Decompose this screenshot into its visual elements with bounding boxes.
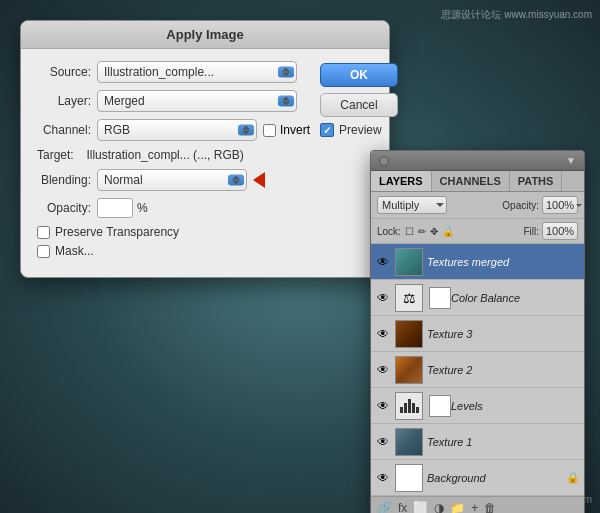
watermark-top: 思源设计论坛 www.missyuan.com: [441, 8, 592, 22]
fill-val[interactable]: 100%: [542, 222, 578, 240]
layer-select[interactable]: Merged: [97, 90, 297, 112]
invert-label: Invert: [280, 123, 310, 137]
lock-all-icon[interactable]: 🔒: [442, 226, 454, 237]
preview-check-icon: ✓: [323, 125, 331, 136]
layer-name: Texture 2: [427, 364, 580, 376]
source-label: Source:: [37, 65, 97, 79]
apply-image-dialog: Apply Image Source: Illustration_comple.…: [20, 20, 390, 278]
eye-icon[interactable]: 👁: [375, 434, 391, 450]
lock-paint-icon[interactable]: ✏: [418, 226, 426, 237]
opacity-label-sm: Opacity:: [502, 200, 539, 211]
blend-mode-value: Multiply: [382, 199, 419, 211]
cancel-button[interactable]: Cancel: [320, 93, 398, 117]
adjustment-icon[interactable]: ◑: [434, 501, 444, 513]
layer-item[interactable]: 👁 Texture 3: [371, 316, 584, 352]
fill-control: Fill: 100%: [523, 222, 578, 240]
source-select[interactable]: Illustration_comple...: [97, 61, 297, 83]
eye-icon[interactable]: 👁: [375, 470, 391, 486]
fill-label: Fill:: [523, 226, 539, 237]
layers-titlebar: ▼: [371, 151, 584, 171]
mask-checkbox[interactable]: [37, 245, 50, 258]
eye-icon[interactable]: 👁: [375, 290, 391, 306]
mask-icon[interactable]: ⬜: [413, 501, 428, 513]
target-value: Illustration_compl... (..., RGB): [86, 148, 243, 162]
opacity-input[interactable]: 100: [97, 198, 133, 218]
layer-label: Layer:: [37, 94, 97, 108]
layer-thumbnail: ⚖: [395, 284, 423, 312]
layer-select-btn: [278, 96, 294, 107]
layer-item[interactable]: 👁 Texture 1: [371, 424, 584, 460]
dialog-titlebar: Apply Image: [21, 21, 389, 49]
layer-name: Color Balance: [451, 292, 580, 304]
layer-item[interactable]: 👁 Textures merged: [371, 244, 584, 280]
preview-checkbox[interactable]: ✓: [320, 123, 334, 137]
opacity-control: Opacity: 100%: [502, 196, 578, 214]
layer-name: Texture 1: [427, 436, 580, 448]
panel-close-dot[interactable]: [379, 156, 389, 166]
layer-mask: [429, 395, 451, 417]
layer-item[interactable]: 👁 ⚖ Color Balance: [371, 280, 584, 316]
preserve-transparency-row: Preserve Transparency: [37, 225, 310, 239]
layers-tabs: LAYERS CHANNELS PATHS: [371, 171, 584, 192]
fx-icon[interactable]: fx: [398, 501, 407, 513]
source-select-btn: [278, 67, 294, 78]
ok-button[interactable]: OK: [320, 63, 398, 87]
red-arrow-indicator: [253, 172, 265, 188]
channel-select[interactable]: RGB: [97, 119, 257, 141]
tab-layers[interactable]: LAYERS: [371, 171, 432, 191]
opacity-arrow-icon: [576, 204, 582, 207]
opacity-row: Opacity: 100 %: [37, 198, 310, 218]
opacity-label: Opacity:: [37, 201, 97, 215]
preserve-transparency-label: Preserve Transparency: [55, 225, 179, 239]
blend-mode-select[interactable]: Multiply: [377, 196, 447, 214]
layer-lock-icon: 🔒: [566, 471, 580, 484]
eye-icon[interactable]: 👁: [375, 254, 391, 270]
channel-label: Channel:: [37, 123, 97, 137]
channel-value: RGB: [104, 123, 130, 137]
mask-label: Mask...: [55, 244, 94, 258]
tab-channels[interactable]: CHANNELS: [432, 171, 510, 191]
layer-item[interactable]: 👁 Levels: [371, 388, 584, 424]
lock-move-icon[interactable]: ✥: [430, 226, 438, 237]
blending-select[interactable]: Normal: [97, 169, 247, 191]
layer-value: Merged: [104, 94, 145, 108]
blending-value: Normal: [104, 173, 143, 187]
eye-icon[interactable]: 👁: [375, 398, 391, 414]
layers-list: 👁 Textures merged 👁 ⚖ Color Balance 👁 Te…: [371, 244, 584, 496]
new-layer-icon[interactable]: +: [471, 501, 478, 513]
arrow-down-icon: [282, 73, 290, 77]
preserve-transparency-checkbox[interactable]: [37, 226, 50, 239]
fill-val-text: 100%: [546, 225, 574, 237]
tab-paths[interactable]: PATHS: [510, 171, 563, 191]
invert-row: Invert: [263, 123, 310, 137]
layer-name: Textures merged: [427, 256, 580, 268]
layer-row: Layer: Merged: [37, 90, 310, 112]
levels-bars: [398, 397, 421, 415]
add-link-icon[interactable]: 🔗: [377, 501, 392, 513]
opacity-val-text: 100%: [546, 199, 574, 211]
lock-checkbox-icon[interactable]: ☐: [405, 226, 414, 237]
folder-icon[interactable]: 📁: [450, 501, 465, 513]
opacity-val[interactable]: 100%: [542, 196, 578, 214]
layer-item[interactable]: 👁 Background 🔒: [371, 460, 584, 496]
invert-checkbox[interactable]: [263, 124, 276, 137]
layer-thumbnail: [395, 248, 423, 276]
eye-icon[interactable]: 👁: [375, 362, 391, 378]
lock-row: Lock: ☐ ✏ ✥ 🔒 Fill: 100%: [371, 219, 584, 244]
lock-label: Lock:: [377, 226, 401, 237]
mask-row: Mask...: [37, 244, 310, 258]
blending-arrow-icon: [226, 175, 244, 186]
target-label: Target:: [37, 148, 83, 162]
eye-icon[interactable]: 👁: [375, 326, 391, 342]
panel-menu-icon[interactable]: ▼: [566, 155, 576, 166]
target-row: Target: Illustration_compl... (..., RGB): [37, 148, 310, 162]
layer-mask: [429, 287, 451, 309]
preview-row: ✓ Preview: [320, 123, 398, 137]
layer-item[interactable]: 👁 Texture 2: [371, 352, 584, 388]
preview-label: Preview: [339, 123, 382, 137]
layer-thumbnail: [395, 428, 423, 456]
dialog-title: Apply Image: [166, 27, 243, 42]
delete-layer-icon[interactable]: 🗑: [484, 501, 496, 513]
layer-arrow-icon: [276, 96, 294, 107]
blend-arrow-icon: [436, 203, 444, 207]
